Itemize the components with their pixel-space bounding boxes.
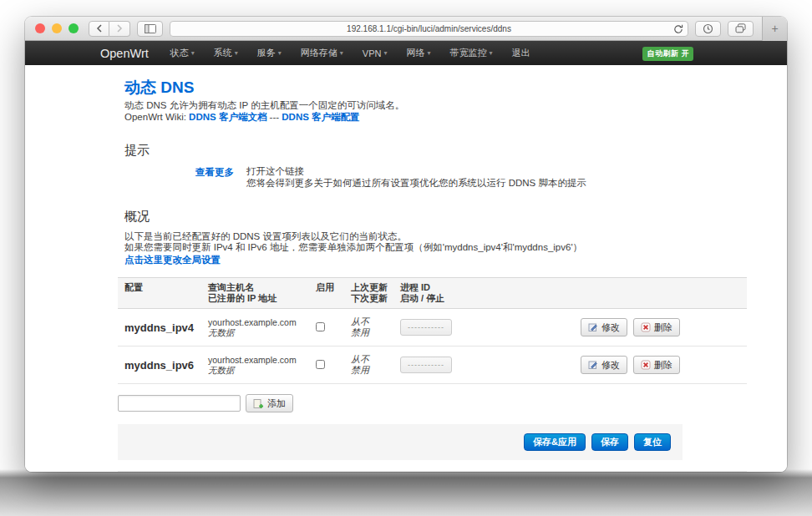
header-updates: 上次更新 下次更新 (351, 282, 400, 304)
nav-item-nas[interactable]: 网络存储▾ (301, 47, 343, 59)
registered-ip: 无数据 (208, 327, 316, 338)
sidebar-icon (145, 24, 156, 33)
page-title: 动态 DNS (124, 78, 747, 96)
reset-button[interactable]: 复位 (634, 433, 671, 451)
nav-item-status[interactable]: 状态▾ (170, 47, 195, 59)
enabled-checkbox[interactable] (316, 322, 325, 331)
nav-item-logout[interactable]: 退出 (512, 47, 530, 59)
openwrt-brand[interactable]: OpenWrt (100, 47, 149, 60)
wiki-separator: --- (270, 112, 280, 122)
delete-button[interactable]: 删除 (633, 318, 680, 336)
start-stop-button[interactable]: ----------- (400, 319, 452, 336)
tabs-icon (735, 23, 746, 33)
overview-desc-line1: 以下是当前已经配置好的 DDNS 设置项列表以及它们的当前状态。 (124, 231, 747, 242)
lookup-hostname: yourhost.example.com (208, 317, 316, 328)
history-button[interactable] (695, 21, 721, 37)
address-bar[interactable]: 192.168.1.1/cgi-bin/luci/admin/services/… (170, 21, 688, 37)
chevron-down-icon: ▾ (489, 50, 492, 57)
last-update: 从不 (351, 316, 400, 327)
overview-heading: 概况 (124, 209, 747, 225)
minimize-window-button[interactable] (52, 23, 62, 33)
see-more-link-wrap: 查看更多 (118, 166, 234, 189)
close-window-button[interactable] (35, 23, 45, 33)
auto-refresh-badge[interactable]: 自动刷新 开 (642, 47, 693, 61)
hints-line1: 打开这个链接 (246, 166, 586, 178)
page-actions-bar: 保存&应用 保存 复位 (118, 424, 683, 460)
save-apply-button[interactable]: 保存&应用 (524, 433, 586, 451)
hints-row: 查看更多 打开这个链接 您将会得到更多关于如何通过所有设置项优化您的系统以运行 … (118, 166, 747, 189)
add-icon (253, 398, 264, 409)
wiki-line: OpenWrt Wiki: DDNS 客户端文档 --- DDNS 客户端配置 (124, 112, 747, 124)
header-config: 配置 (118, 282, 208, 304)
enabled-checkbox[interactable] (316, 360, 325, 369)
delete-icon (641, 322, 651, 332)
chevron-down-icon: ▾ (191, 50, 195, 57)
nav-item-services[interactable]: 服务▾ (257, 47, 282, 59)
nav-item-network[interactable]: 网络▾ (406, 47, 430, 59)
back-chevron-icon (96, 24, 103, 33)
hints-line2: 您将会得到更多关于如何通过所有设置项优化您的系统以运行 DDNS 脚本的提示 (246, 178, 586, 190)
save-button[interactable]: 保存 (591, 433, 628, 451)
tab-overview-button[interactable] (728, 21, 754, 37)
browser-window: 192.168.1.1/cgi-bin/luci/admin/services/… (25, 17, 787, 472)
ddns-table: 配置 查询主机名 已注册的 IP 地址 启用 上次更新 下次更新 进程 ID 启… (118, 277, 747, 384)
header-pid: 进程 ID 启动 / 停止 (400, 282, 581, 304)
plus-icon: + (771, 22, 778, 35)
next-update: 禁用 (351, 327, 400, 338)
row-actions: 修改 删除 (581, 318, 747, 336)
sidebar-toggle-button[interactable] (137, 21, 163, 37)
edit-button[interactable]: 修改 (581, 318, 627, 336)
edit-button[interactable]: 修改 (581, 356, 627, 374)
wiki-client-config-link[interactable]: DDNS 客户端配置 (282, 112, 359, 122)
back-button[interactable] (89, 21, 109, 37)
add-button[interactable]: 添加 (246, 394, 293, 412)
history-nav-group (89, 21, 130, 37)
new-tab-button[interactable]: + (762, 17, 787, 41)
chevron-down-icon: ▾ (427, 50, 430, 57)
update-cell: 从不 禁用 (351, 354, 400, 376)
header-enabled: 启用 (316, 282, 351, 304)
footer-divider (118, 471, 747, 472)
forward-button[interactable] (109, 21, 130, 37)
hints-heading: 提示 (124, 143, 747, 159)
add-config-row: 添加 (118, 394, 747, 412)
global-settings-link[interactable]: 点击这里更改全局设置 (124, 254, 221, 266)
new-config-input[interactable] (118, 395, 241, 412)
config-name: myddns_ipv6 (118, 359, 208, 372)
config-name: myddns_ipv4 (118, 321, 208, 334)
table-row-myddns-ipv6: myddns_ipv6 yourhost.example.com 无数据 从不 … (118, 347, 747, 384)
header-actions (581, 282, 747, 304)
see-more-link[interactable]: 查看更多 (195, 167, 234, 177)
intro-line: 动态 DNS 允许为拥有动态 IP 的主机配置一个固定的可访问域名。 (124, 100, 747, 112)
reload-button[interactable] (673, 24, 683, 36)
chevron-down-icon: ▾ (235, 50, 238, 57)
next-update: 禁用 (351, 365, 400, 376)
overview-desc-line2: 如果您需要同时更新 IPv4 和 IPv6 地址，您需要单独添加两个配置项（例如… (124, 242, 747, 253)
clock-icon (703, 23, 713, 34)
header-hostname: 查询主机名 已注册的 IP 地址 (208, 282, 316, 304)
row-actions: 修改 删除 (581, 356, 747, 374)
lookup-hostname: yourhost.example.com (208, 355, 316, 366)
nav-item-system[interactable]: 系统▾ (214, 47, 238, 59)
reload-icon (673, 24, 683, 34)
wiki-client-docs-link[interactable]: DDNS 客户端文档 (189, 112, 266, 122)
delete-icon (641, 360, 651, 370)
ddns-table-header: 配置 查询主机名 已注册的 IP 地址 启用 上次更新 下次更新 进程 ID 启… (118, 277, 747, 309)
edit-icon (588, 322, 598, 332)
hostname-cell: yourhost.example.com 无数据 (208, 355, 316, 376)
chevron-down-icon: ▾ (340, 50, 343, 57)
hostname-cell: yourhost.example.com 无数据 (208, 317, 316, 338)
enabled-cell (316, 360, 351, 371)
pid-cell: ----------- (400, 357, 581, 373)
nav-item-bandwidth[interactable]: 带宽监控▾ (449, 47, 492, 59)
delete-button[interactable]: 删除 (633, 356, 680, 374)
browser-toolbar: 192.168.1.1/cgi-bin/luci/admin/services/… (25, 17, 787, 41)
page-intro: 动态 DNS 允许为拥有动态 IP 的主机配置一个固定的可访问域名。 OpenW… (124, 100, 747, 123)
overview-desc: 以下是当前已经配置好的 DDNS 设置项列表以及它们的当前状态。 如果您需要同时… (124, 231, 747, 253)
enabled-cell (316, 322, 351, 333)
edit-icon (588, 360, 598, 370)
start-stop-button[interactable]: ----------- (400, 357, 452, 373)
last-update: 从不 (351, 354, 400, 365)
nav-item-vpn[interactable]: VPN▾ (363, 48, 388, 58)
zoom-window-button[interactable] (69, 23, 79, 33)
